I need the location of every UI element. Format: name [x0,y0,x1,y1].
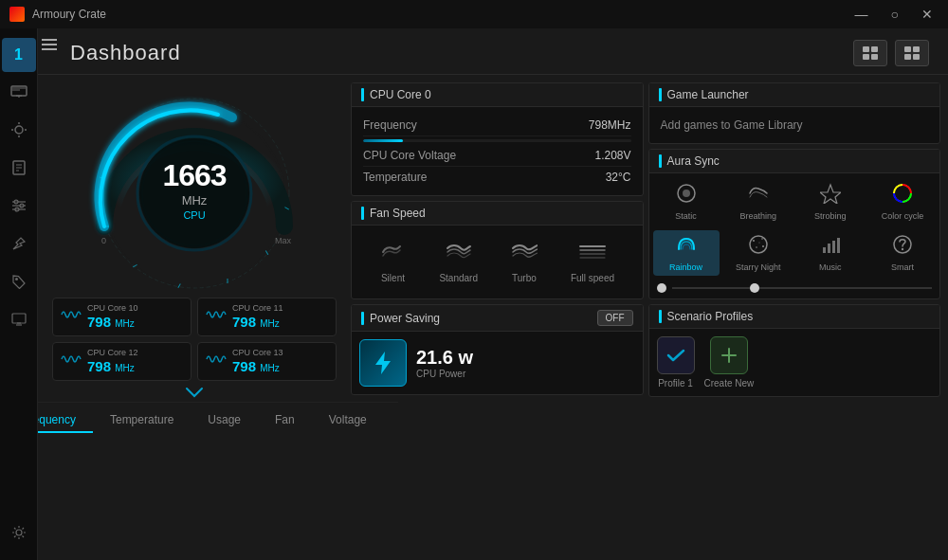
fan-full-label: Full speed [571,273,614,283]
gauge-value: 1663 [162,158,226,192]
core-13-name: CPU Core 13 [232,348,328,358]
tab-usage[interactable]: Usage [191,408,258,433]
core-11-info: CPU Core 11 798 MHz [232,303,328,331]
core-13-info: CPU Core 13 798 MHz [232,348,328,375]
core-12-info: CPU Core 12 798 MHz [87,348,183,375]
aura-slider-track[interactable] [672,287,933,289]
aura-option-starrynight[interactable]: Starry Night [725,230,792,276]
svg-rect-27 [863,54,869,60]
storage-icon [11,159,27,179]
fan-silent-icon [379,241,406,269]
fan-speed-header: Fan Speed [352,202,643,226]
profile-item-1[interactable]: Profile 1 [657,336,695,388]
fan-option-full[interactable]: Full speed [571,241,614,283]
aura-sync-panel: Aura Sync [648,149,941,299]
aura-option-music[interactable]: Music [797,230,864,276]
gauge-area: 0 Max 1663 MHz CPU [38,75,351,560]
smart-icon [892,234,913,260]
svg-rect-21 [12,314,26,323]
panels-left-col: CPU Core 0 Frequency 798MHz [351,82,644,552]
hamburger-icon[interactable] [42,36,57,53]
panel-accent-fan [361,207,364,220]
power-saving-title: Power Saving [370,312,440,325]
svg-rect-60 [832,241,835,253]
power-saving-header: Power Saving OFF [352,305,643,332]
voltage-label: CPU Core Voltage [363,149,456,162]
core-card-13: CPU Core 13 798 MHz [197,342,337,381]
aura-slider-dot[interactable] [657,283,666,293]
scenario-profiles-title: Scenario Profiles [667,310,754,323]
aura-icon [10,121,27,141]
panels-columns: CPU Core 0 Frequency 798MHz [351,82,940,552]
aura-starrynight-label: Starry Night [736,262,781,272]
power-toggle-button[interactable]: OFF [597,310,633,326]
scroll-down-indicator[interactable] [185,385,204,402]
aura-option-static[interactable]: Static [653,179,720,225]
profile-create-new[interactable]: Create New [704,336,755,388]
svg-point-19 [15,208,19,211]
maximize-button[interactable]: ○ [885,5,904,24]
page-title: Dashboard [70,41,181,65]
gauge-label: CPU [162,209,226,221]
freq-label: Frequency [363,118,417,132]
aura-rainbow-label: Rainbow [669,262,702,272]
aura-option-rainbow[interactable]: Rainbow [653,230,720,276]
svg-rect-58 [823,247,826,253]
header-actions [853,40,929,66]
sidebar-item-tools[interactable] [2,227,36,262]
aura-icons-grid: Static [649,173,940,281]
tab-frequency[interactable]: Frequency [38,408,93,433]
svg-rect-32 [913,54,920,60]
starrynight-icon [748,234,769,260]
aura-slider-row [649,281,940,298]
view-grid-button[interactable] [853,40,887,66]
tab-fan[interactable]: Fan [258,408,312,433]
core-11-val: 798 MHz [232,314,328,331]
fan-standard-icon [446,241,472,269]
cpu-wave-icon-12 [61,350,82,372]
power-info: 21.6 w CPU Power [416,347,473,379]
fan-speed-panel: Fan Speed [351,201,644,299]
home-icon: 1 [14,46,23,63]
app-name: Armoury Crate [32,8,106,21]
panel-accent-scenario [659,310,662,323]
view-list-button[interactable] [895,40,929,66]
voltage-value: 1.208V [594,149,630,162]
core-10-info: CPU Core 10 798 MHz [87,303,183,331]
aura-slider-thumb[interactable] [750,283,759,293]
titlebar: Armoury Crate — ○ ✕ [0,0,948,28]
aura-option-colorcycle[interactable]: Color cycle [869,179,936,225]
sidebar-item-monitor[interactable] [2,303,36,337]
sidebar-item-tag[interactable] [2,265,36,299]
sidebar-item-sliders[interactable] [2,190,36,224]
fan-turbo-label: Turbo [512,273,537,283]
fan-full-icon [579,241,606,269]
svg-point-17 [14,200,18,204]
fan-option-turbo[interactable]: Turbo [511,241,538,283]
music-icon [820,234,841,260]
sidebar-item-devices[interactable] [2,76,36,110]
aura-option-breathing[interactable]: Breathing [725,179,792,225]
sidebar-item-aura[interactable] [2,114,36,148]
sidebar-item-storage[interactable] [2,152,36,186]
cpu-row-voltage: CPU Core Voltage 1.208V [363,145,631,167]
svg-rect-29 [904,46,911,52]
close-button[interactable]: ✕ [916,5,939,24]
fan-option-standard[interactable]: Standard [439,241,478,283]
game-launcher-header: Game Launcher [649,83,940,107]
sidebar-item-settings[interactable] [2,516,36,551]
fan-option-silent[interactable]: Silent [379,241,406,283]
cpu-wave-icon-11 [206,305,227,328]
aura-sync-header: Aura Sync [649,150,940,173]
aura-option-smart[interactable]: Smart [869,230,936,276]
sidebar-item-home[interactable]: 1 [2,38,36,72]
tabs-bar: Frequency Temperature Usage Fan Voltage [38,402,398,437]
tab-temperature[interactable]: Temperature [93,408,191,433]
rainbow-icon [676,234,697,260]
core-10-val: 798 MHz [87,314,183,331]
core-12-val: 798 MHz [87,358,183,375]
minimize-button[interactable]: — [849,5,874,24]
power-saving-content: 21.6 w CPU Power [352,332,643,394]
svg-point-63 [902,248,903,250]
aura-option-strobing[interactable]: Strobing [797,179,864,225]
